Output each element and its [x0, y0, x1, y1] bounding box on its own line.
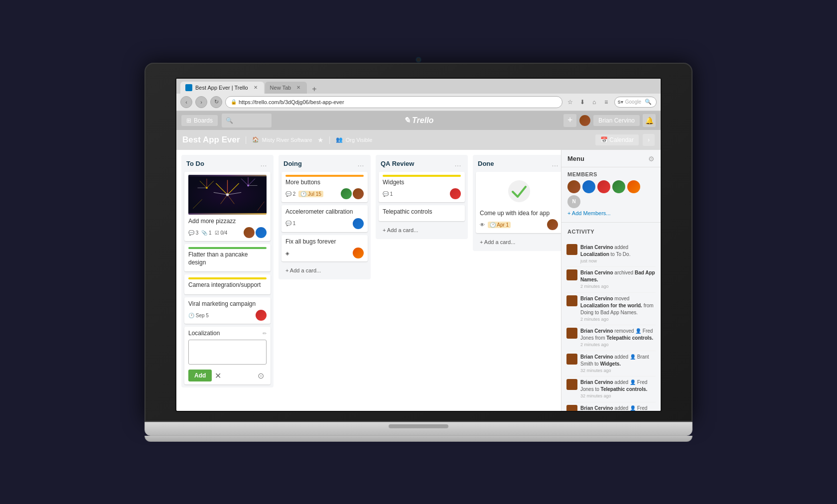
card-pizzazz[interactable]: Add more pizzazz 💬 3 📎 1 ☑ 0/4 [184, 172, 271, 242]
new-tab-button[interactable]: + [308, 85, 320, 94]
card-widgets-meta: 💬 1 [383, 188, 461, 199]
card-edit-textarea[interactable] [188, 340, 267, 365]
notification-button[interactable]: 🔔 [643, 114, 656, 127]
list-done-body: Come up with idea for app 👁 🕐 Apr 1 [473, 172, 561, 252]
visibility-icon: 👥 [336, 136, 343, 143]
tab-trello[interactable]: Best App Ever | Trello ✕ [180, 82, 264, 94]
add-card-qa[interactable]: + Add a card... [379, 224, 465, 236]
member-count: N [567, 195, 580, 208]
add-member-button[interactable]: + Add Members... [567, 210, 611, 216]
card-viral-meta: 🕐 Sep 5 [188, 310, 267, 321]
tab-close-trello[interactable]: ✕ [252, 84, 259, 91]
comment-badge-buttons: 💬 2 [285, 191, 295, 197]
activity-section-title: Activity [567, 229, 655, 235]
search-bar[interactable]: S▾ Google 🔍 [614, 97, 657, 108]
activity-list: Brian Cervino added Localization to To D… [561, 242, 661, 411]
avatar-idea [547, 219, 558, 230]
add-button[interactable]: + [563, 114, 576, 127]
card-bugs-title: Fix all bugs forever [285, 238, 364, 246]
card-idea[interactable]: Come up with idea for app 👁 🕐 Apr 1 [476, 172, 561, 234]
member-5 [627, 180, 640, 193]
address-text: https://trello.com/b/3dQdjg06/best-app-e… [239, 99, 344, 105]
attach-badge: 📎 1 [201, 230, 211, 236]
user-menu-button[interactable]: Brian Cervino [593, 115, 640, 126]
calendar-icon: 📅 [600, 136, 608, 143]
list-todo: To Do … [181, 155, 274, 388]
avatar-w1 [450, 188, 461, 199]
card-widgets[interactable]: Widgets 💬 1 [379, 172, 465, 203]
star-icon[interactable]: ★ [317, 136, 324, 144]
card-viral[interactable]: Viral marketing campaign 🕐 Sep 5 [184, 297, 271, 324]
visibility-badge: 👁 [480, 222, 485, 228]
card-bugs-avatars [353, 248, 364, 258]
list-doing-options[interactable]: … [356, 159, 366, 169]
card-accel-title: Accelerometer calibration [285, 208, 364, 216]
card-buttons-title: More buttons [285, 179, 364, 187]
list-todo-options[interactable]: … [259, 159, 269, 169]
card-actions: Add ✕ ⊙ [188, 370, 267, 381]
card-camera[interactable]: Camera integration/support [184, 274, 271, 294]
address-bar[interactable]: 🔒 https://trello.com/b/3dQdjg06/best-app… [225, 96, 562, 108]
date-badge-buttons: 🕐 Jul 15 [298, 191, 323, 197]
card-bugs[interactable]: Fix all bugs forever ◈ [281, 235, 368, 262]
list-qa-header: QA Review … [376, 155, 468, 172]
search-icon[interactable]: 🔍 [643, 97, 653, 107]
checkmark-icon [480, 175, 558, 210]
home-icon[interactable]: ⌂ [589, 97, 599, 107]
card-viral-avatars [256, 310, 267, 321]
add-card-doing[interactable]: + Add a card... [281, 264, 368, 276]
list-done-options[interactable]: … [550, 159, 560, 169]
menu-icon[interactable]: ≡ [601, 97, 611, 107]
svg-point-18 [247, 184, 249, 186]
boards-button[interactable]: ⊞ Boards [181, 115, 218, 126]
trello-favicon [185, 84, 192, 91]
activity-text-2: Brian Cervino archived Bad App Names. 2 … [580, 269, 656, 290]
card-idea-title: Come up with idea for app [480, 210, 558, 218]
list-qa-options[interactable]: … [453, 159, 463, 169]
calendar-button[interactable]: 📅 Calendar [595, 134, 639, 145]
list-todo-body: Add more pizzazz 💬 3 📎 1 ☑ 0/4 [181, 172, 274, 388]
bookmark-icon[interactable]: ☆ [565, 97, 575, 107]
activity-text-3: Brian Cervino moved Localization for the… [580, 295, 656, 323]
avatar-bugs [353, 248, 364, 258]
add-card-done[interactable]: + Add a card... [476, 236, 561, 248]
card-telepathic-title: Telepathic controls [383, 208, 461, 216]
tab-newtab[interactable]: New Tab ✕ [265, 82, 307, 94]
user-name: Brian Cervino [598, 117, 635, 124]
menu-toggle-button[interactable]: › [643, 134, 655, 146]
add-card-submit[interactable]: Add [188, 370, 212, 381]
card-telepathic[interactable]: Telepathic controls [379, 205, 465, 221]
menu-members-section: Members N + Add Members... [561, 167, 661, 220]
activity-item-6: Brian Cervino added 👤 Fred Jones to Tele… [566, 377, 656, 402]
forward-button[interactable]: › [195, 96, 207, 108]
list-done: Done … [473, 155, 561, 252]
search-input[interactable] [222, 114, 272, 127]
attach-badge-bugs: ◈ [285, 251, 289, 256]
activity-item-7: Brian Cervino added 👤 Fred Jones to this… [566, 402, 656, 410]
board-meta: 🏠 Misty River Software [252, 136, 312, 143]
card-label-green [188, 247, 267, 249]
calendar-label: Calendar [609, 136, 634, 143]
board-org: Misty River Software [262, 137, 312, 143]
download-icon[interactable]: ⬇ [577, 97, 587, 107]
user-avatar [579, 115, 590, 126]
reload-button[interactable]: ↻ [210, 96, 222, 108]
activity-item-2: Brian Cervino archived Bad App Names. 2 … [566, 267, 656, 293]
card-buttons[interactable]: More buttons 💬 2 🕐 Jul 15 [281, 172, 368, 203]
menu-close-button[interactable]: ⚙ [648, 155, 655, 163]
tab-close-newtab[interactable]: ✕ [295, 84, 302, 91]
tab-bar: Best App Ever | Trello ✕ New Tab ✕ + [176, 79, 661, 94]
org-icon: 🏠 [252, 136, 259, 143]
laptop-bottom [144, 436, 693, 442]
list-qa: QA Review … Widgets 💬 1 [376, 155, 468, 239]
activity-text-4: Brian Cervino removed 👤 Fred Jones from … [580, 328, 656, 348]
card-pancake[interactable]: Flatter than a pancake design [184, 244, 271, 271]
back-button[interactable]: ‹ [180, 96, 192, 108]
card-accelerometer[interactable]: Accelerometer calibration 💬 1 [281, 205, 368, 232]
card-viral-title: Viral marketing campaign [188, 300, 267, 308]
checklist-badge: ☑ 0/4 [215, 230, 228, 236]
card-idea-avatars [547, 219, 558, 230]
card-options-button[interactable]: ⊙ [255, 370, 267, 381]
cancel-edit-button[interactable]: ✕ [215, 371, 221, 380]
activity-section-header: Activity [561, 225, 661, 242]
